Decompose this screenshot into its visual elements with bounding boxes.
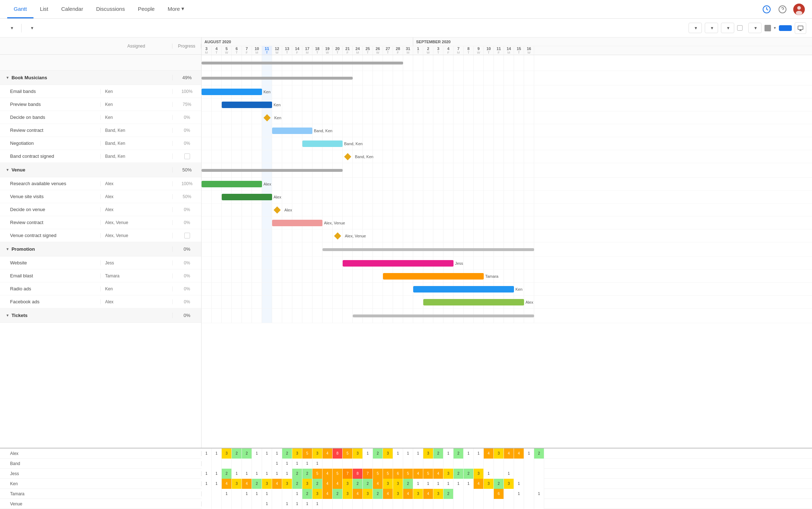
gantt-cell: [464, 111, 474, 124]
gantt-cell: [212, 270, 222, 282]
zoom-button[interactable]: ▾: [748, 23, 762, 33]
progress-check[interactable]: [184, 153, 190, 159]
resource-cell: [212, 459, 222, 469]
everyone-filter[interactable]: ▾: [689, 23, 702, 33]
resource-cell: 5: [333, 469, 343, 479]
progress-check[interactable]: [184, 233, 190, 238]
menu-button[interactable]: ▾: [6, 23, 17, 33]
task-assigned: Band, Ken: [100, 154, 172, 159]
gantt-cell: [514, 71, 524, 85]
gantt-cell: [393, 163, 403, 177]
gantt-cell: [443, 55, 454, 71]
resource-cell: [333, 499, 343, 509]
day-cell: 14M: [504, 46, 514, 55]
resource-cell: 7: [363, 469, 373, 479]
gantt-cell: [202, 229, 212, 242]
task-progress: 100%: [172, 89, 201, 94]
gantt-cell: [524, 137, 534, 150]
resource-cell: 3: [312, 448, 322, 459]
gantt-cell: [413, 229, 423, 242]
gantt-cell: [272, 257, 282, 269]
gantt-cell: [292, 296, 302, 308]
task-assigned: Alex, Venue: [100, 233, 172, 238]
resource-cell: 5: [373, 469, 383, 479]
gantt-cell: [433, 98, 443, 111]
group-row-book-musicians[interactable]: ▼ Book Musicians 49%: [0, 71, 201, 85]
present-button[interactable]: [795, 22, 806, 34]
resource-cell: 1: [202, 448, 212, 459]
gantt-bar: [202, 89, 262, 95]
gantt-cell: [202, 150, 212, 163]
resource-cell: 2: [464, 469, 474, 479]
gantt-cell: [393, 137, 403, 150]
gantt-cell: [484, 98, 494, 111]
gantt-cell: [222, 216, 232, 229]
chevron-down-icon: ▾: [11, 25, 13, 31]
resource-cell: 2: [242, 448, 252, 459]
gantt-cell: [524, 55, 534, 71]
resource-cell: [322, 459, 333, 469]
gantt-cell: [504, 137, 514, 150]
clock-icon[interactable]: [762, 4, 772, 14]
tab-calendar[interactable]: Calendar: [55, 0, 90, 18]
hide-completed-checkbox[interactable]: [737, 25, 743, 31]
gantt-cell: [504, 178, 514, 190]
gantt-body[interactable]: KenKenKenBand, KenBand, KenBand, KenAlex…: [202, 55, 812, 323]
gantt-cell: [433, 124, 443, 137]
gantt-cell: [383, 150, 393, 163]
gantt-cell: [454, 150, 464, 163]
resource-cell: 1: [484, 469, 494, 479]
gantt-row: [202, 242, 812, 257]
resource-cell: 3: [393, 489, 403, 499]
chevron-icon: ▼: [6, 76, 9, 80]
resource-cell: 1: [262, 469, 272, 479]
gantt-cell: [333, 85, 343, 98]
resource-cell: 1: [514, 489, 524, 499]
resource-cell: 3: [262, 479, 272, 489]
group-row-venue[interactable]: ▼ Venue 50%: [0, 163, 201, 177]
task-progress: 50%: [172, 194, 201, 199]
resource-cell: 5: [423, 469, 433, 479]
resource-cell: 1: [292, 489, 302, 499]
chevron-down-icon[interactable]: ▾: [774, 26, 776, 30]
right-panel[interactable]: AUGUST 2020 SEPTEMBER 2020 3M4T5W6T7F10M…: [202, 37, 812, 448]
gantt-cell: [443, 204, 454, 216]
gantt-cell: [353, 191, 363, 203]
help-icon[interactable]: [777, 4, 788, 14]
gantt-cell: [262, 283, 272, 295]
group-row-tickets[interactable]: ▼ Tickets 0%: [0, 308, 201, 323]
resource-cell: 1: [262, 499, 272, 509]
invite-button[interactable]: [779, 25, 792, 31]
all-dates-filter[interactable]: ▾: [705, 23, 718, 33]
resource-cell: 1: [252, 448, 262, 459]
tab-more[interactable]: More ▾: [161, 0, 191, 18]
task-name: Decide on bands: [0, 115, 100, 120]
tab-list[interactable]: List: [33, 0, 55, 18]
tab-gantt[interactable]: Gantt: [7, 0, 33, 18]
day-cell: 14F: [292, 46, 302, 55]
hide-completed[interactable]: [737, 25, 745, 31]
gantt-cell: [443, 85, 454, 98]
gantt-cell: [474, 216, 484, 229]
resource-cell: [464, 459, 474, 469]
gantt-cell: [222, 309, 232, 323]
group-progress-tickets: 0%: [172, 313, 201, 318]
gantt-cell: [232, 111, 242, 124]
color-picker[interactable]: [764, 25, 771, 31]
resource-cell: [363, 499, 373, 509]
gantt-cell: [343, 111, 353, 124]
task-name: Research available venues: [0, 181, 100, 186]
view-button[interactable]: ▾: [26, 23, 37, 33]
chevron-down-icon: ▾: [711, 25, 713, 31]
resource-cell: 1: [413, 448, 423, 459]
gantt-cell: [454, 216, 464, 229]
day-cell: 28F: [393, 46, 403, 55]
all-colors-filter[interactable]: ▾: [721, 23, 734, 33]
gantt-bar-label: Alex: [263, 182, 271, 186]
gantt-cell: [454, 137, 464, 150]
tab-people[interactable]: People: [131, 0, 161, 18]
tab-discussions[interactable]: Discussions: [90, 0, 131, 18]
avatar[interactable]: [793, 4, 805, 15]
left-scroll[interactable]: ▼ Book Musicians 49% Email bands Ken 100…: [0, 55, 201, 448]
group-row-promotion[interactable]: ▼ Promotion 0%: [0, 242, 201, 256]
